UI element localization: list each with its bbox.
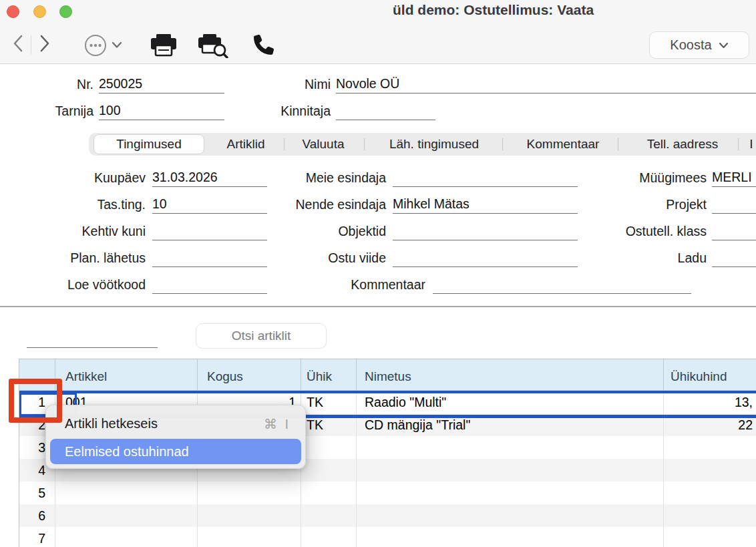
red-highlight-annotation bbox=[9, 379, 62, 423]
phone-icon[interactable] bbox=[254, 35, 274, 55]
forward-button[interactable] bbox=[37, 33, 52, 53]
kinnitaja-field[interactable] bbox=[336, 102, 435, 120]
context-menu: Artikli hetkeseis ⌘ I Eelmised ostuhinna… bbox=[45, 405, 306, 469]
cell-nimetus[interactable]: Raadio "Multi" bbox=[357, 391, 664, 413]
cell-artikkel[interactable] bbox=[55, 527, 198, 547]
cell-nimetus[interactable] bbox=[357, 504, 664, 527]
more-options-chevron-icon[interactable] bbox=[112, 41, 122, 49]
tab-overflow[interactable]: I bbox=[747, 136, 756, 153]
nimi-field[interactable]: Novole OÜ bbox=[336, 75, 756, 94]
cell-nimetus[interactable] bbox=[357, 527, 664, 547]
cell-uhik[interactable] bbox=[301, 504, 357, 527]
row-number[interactable]: 5 bbox=[19, 482, 55, 504]
ladu-field[interactable] bbox=[712, 249, 756, 267]
row-number[interactable]: 7 bbox=[19, 527, 55, 547]
window-title: üld demo: Ostutellimus: Vaata bbox=[393, 2, 594, 18]
chevron-down-icon bbox=[719, 42, 729, 49]
cell-nimetus[interactable] bbox=[357, 482, 664, 504]
loe-vootkood-field[interactable] bbox=[152, 276, 267, 294]
cell-artikkel[interactable] bbox=[55, 482, 198, 504]
print-preview-icon[interactable] bbox=[198, 34, 228, 58]
tarnija-field[interactable]: 100 bbox=[99, 102, 224, 120]
cell-uhikuhind[interactable] bbox=[664, 504, 756, 527]
section-divider bbox=[0, 306, 756, 307]
ostutell-klass-field[interactable] bbox=[712, 222, 756, 240]
col-uhik[interactable]: Ühik bbox=[301, 359, 357, 390]
ostutell-klass-label: Ostutell. klass bbox=[573, 222, 707, 240]
kehtiv-kuni-field[interactable] bbox=[152, 222, 267, 240]
tasting-label: Tas.ting. bbox=[19, 196, 146, 213]
table-header-row: Artikkel Kogus Ühik Nimetus Ühikuhind bbox=[19, 359, 756, 391]
muugimees-field[interactable]: MERLI bbox=[712, 169, 756, 187]
ladu-label: Ladu bbox=[573, 249, 707, 266]
objektid-label: Objektid bbox=[259, 222, 386, 240]
koosta-button[interactable]: Koosta bbox=[649, 31, 749, 59]
cell-uhik[interactable] bbox=[301, 527, 357, 547]
projekt-label: Projekt bbox=[573, 196, 707, 213]
menu-item-eelmised-ostuhinnad[interactable]: Eelmised ostuhinnad bbox=[50, 439, 301, 464]
table-row[interactable]: 6 bbox=[19, 504, 756, 527]
selected-row-top-border bbox=[19, 391, 756, 393]
tab-artiklid[interactable]: Artiklid bbox=[216, 136, 276, 153]
tarnija-label: Tarnija bbox=[40, 102, 93, 120]
loe-vootkood-label: Loe vöötkood bbox=[19, 276, 146, 293]
menu-item-shortcut: ⌘ I bbox=[264, 416, 291, 432]
cell-uhikuhind[interactable] bbox=[664, 436, 756, 459]
cell-uhikuhind[interactable] bbox=[664, 482, 756, 504]
col-nimetus[interactable]: Nimetus bbox=[357, 359, 664, 390]
cell-uhik[interactable]: TK bbox=[301, 391, 357, 413]
cell-kogus[interactable] bbox=[198, 527, 301, 547]
kuupaev-field[interactable]: 31.03.2026 bbox=[152, 169, 267, 187]
print-icon[interactable] bbox=[151, 34, 176, 57]
ostu-viide-field[interactable] bbox=[393, 249, 578, 267]
tab-valuuta[interactable]: Valuuta bbox=[293, 136, 353, 153]
tab-divider bbox=[284, 138, 285, 150]
more-options-icon[interactable] bbox=[83, 33, 108, 57]
nende-esindaja-field[interactable]: Mihkel Mätas bbox=[393, 196, 578, 214]
otsi-artiklit-button[interactable]: Otsi artiklit bbox=[196, 323, 327, 349]
cell-uhikuhind[interactable]: 13, bbox=[664, 391, 756, 413]
kommentaar-label: Kommentaar bbox=[299, 276, 425, 293]
cell-nimetus[interactable] bbox=[357, 459, 664, 482]
ostu-viide-label: Ostu viide bbox=[259, 249, 386, 266]
table-row[interactable]: 5 bbox=[19, 482, 756, 504]
nende-esindaja-label: Nende esindaja bbox=[259, 196, 386, 213]
kommentaar-field[interactable] bbox=[433, 276, 691, 294]
tab-tingimused[interactable]: Tingimused bbox=[93, 134, 204, 154]
meie-esindaja-label: Meie esindaja bbox=[259, 169, 386, 186]
close-button[interactable] bbox=[7, 5, 19, 18]
cell-kogus[interactable] bbox=[198, 504, 301, 527]
col-artikkel[interactable]: Artikkel bbox=[55, 359, 198, 390]
cell-nimetus[interactable] bbox=[357, 436, 664, 459]
nr-label: Nr. bbox=[40, 75, 93, 93]
nr-field[interactable]: 250025 bbox=[99, 75, 224, 94]
back-button[interactable] bbox=[11, 33, 25, 53]
col-kogus[interactable]: Kogus bbox=[198, 359, 301, 390]
projekt-field[interactable] bbox=[712, 196, 756, 214]
tab-lah-tingimused[interactable]: Läh. tingimused bbox=[384, 136, 484, 153]
tasting-field[interactable]: 10 bbox=[152, 196, 267, 214]
kinnitaja-label: Kinnitaja bbox=[264, 102, 331, 120]
plan-lahetus-field[interactable] bbox=[152, 249, 267, 267]
row-number[interactable]: 6 bbox=[19, 504, 55, 527]
minimize-button[interactable] bbox=[33, 5, 46, 18]
cell-uhik[interactable] bbox=[301, 459, 357, 482]
zoom-button[interactable] bbox=[59, 5, 72, 18]
cell-uhik[interactable] bbox=[301, 436, 357, 459]
cell-uhikuhind[interactable] bbox=[664, 459, 756, 482]
tab-tell-aadress[interactable]: Tell. aadress bbox=[639, 136, 726, 153]
cell-kogus[interactable] bbox=[198, 482, 301, 504]
meie-esindaja-field[interactable] bbox=[393, 169, 578, 187]
cell-uhikuhind[interactable] bbox=[664, 527, 756, 547]
menu-item-artikli-hetkeseis[interactable]: Artikli hetkeseis ⌘ I bbox=[50, 409, 301, 439]
objektid-field[interactable] bbox=[393, 222, 578, 240]
muugimees-label: Müügimees bbox=[573, 169, 707, 186]
tab-divider bbox=[738, 138, 739, 150]
col-uhikuhind[interactable]: Ühikuhind bbox=[664, 359, 756, 390]
tab-kommentaar[interactable]: Kommentaar bbox=[526, 136, 600, 153]
cell-artikkel[interactable] bbox=[55, 504, 198, 527]
article-search-input[interactable] bbox=[27, 331, 158, 348]
table-row[interactable]: 7 bbox=[19, 527, 756, 547]
tab-divider bbox=[364, 138, 365, 150]
cell-uhik[interactable] bbox=[301, 482, 357, 504]
